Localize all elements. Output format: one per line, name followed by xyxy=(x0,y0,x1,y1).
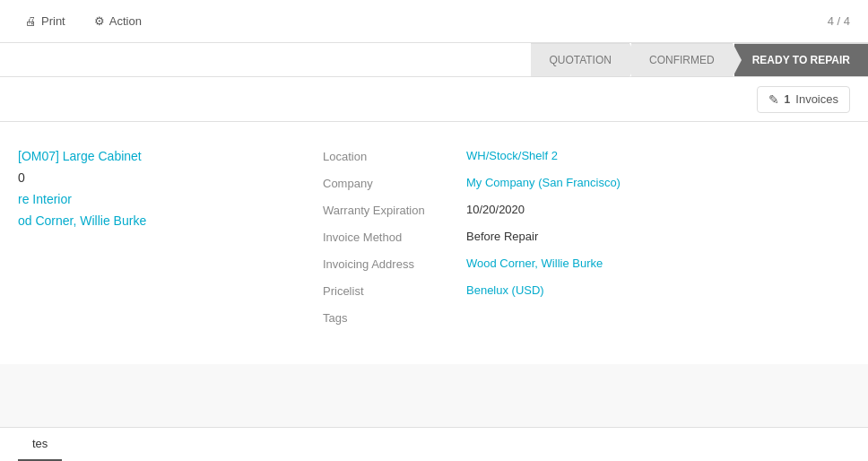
tags-row: Tags xyxy=(323,310,850,325)
invoice-icon: ✎ xyxy=(768,92,779,107)
location-value[interactable]: WH/Stock/Shelf 2 xyxy=(466,149,558,162)
invoicing-address-row: Invoicing Address Wood Corner, Willie Bu… xyxy=(323,257,850,271)
quotation-label: QUOTATION xyxy=(549,54,612,66)
invoice-method-label: Invoice Method xyxy=(323,230,466,244)
pricelist-value[interactable]: Benelux (USD) xyxy=(466,283,544,297)
toolbar: 🖨 Print ⚙ Action 4 / 4 xyxy=(0,0,868,43)
bottom-tabs: tes xyxy=(0,427,868,461)
company-row: Company My Company (San Francisco) xyxy=(323,176,850,190)
pagination: 4 / 4 xyxy=(828,14,850,28)
invoicing-address-value[interactable]: Wood Corner, Willie Burke xyxy=(466,257,603,270)
warranty-row: Warranty Expiration 10/20/2020 xyxy=(323,203,850,217)
invoicing-address-label: Invoicing Address xyxy=(323,257,466,271)
qty-value: 0 xyxy=(18,170,287,185)
right-column: Location WH/Stock/Shelf 2 Company My Com… xyxy=(323,149,850,337)
invoice-method-value: Before Repair xyxy=(466,230,538,243)
invoice-count: 1 xyxy=(785,93,791,106)
warranty-label: Warranty Expiration xyxy=(323,203,466,217)
location-label: Location xyxy=(323,149,466,163)
toolbar-left: 🖨 Print ⚙ Action xyxy=(18,11,149,31)
action-label: Action xyxy=(109,14,142,28)
status-step-ready-to-repair[interactable]: READY TO REPAIR xyxy=(734,43,868,77)
invoice-bar: ✎ 1 Invoices xyxy=(0,77,868,122)
print-icon: 🖨 xyxy=(25,14,37,28)
status-step-quotation[interactable]: QUOTATION xyxy=(531,43,629,77)
invoice-label: Invoices xyxy=(795,92,838,106)
print-label: Print xyxy=(41,14,65,28)
invoice-method-row: Invoice Method Before Repair xyxy=(323,230,850,244)
ready-to-repair-label: READY TO REPAIR xyxy=(752,54,850,66)
warranty-value: 10/20/2020 xyxy=(466,203,525,216)
product-link[interactable]: [OM07] Large Cabinet xyxy=(18,149,287,163)
company-label: Company xyxy=(323,176,466,190)
tab-notes[interactable]: tes xyxy=(18,428,62,461)
invoices-button[interactable]: ✎ 1 Invoices xyxy=(757,86,850,113)
print-button[interactable]: 🖨 Print xyxy=(18,11,73,31)
location-type-link[interactable]: re Interior xyxy=(18,192,287,206)
status-bar: QUOTATION CONFIRMED READY TO REPAIR xyxy=(0,43,868,77)
content-area: [OM07] Large Cabinet 0 re Interior od Co… xyxy=(0,122,868,364)
confirmed-label: CONFIRMED xyxy=(649,54,715,66)
pricelist-label: Pricelist xyxy=(323,283,466,298)
notes-tab-label: tes xyxy=(32,437,48,450)
pricelist-row: Pricelist Benelux (USD) xyxy=(323,283,850,298)
location-row: Location WH/Stock/Shelf 2 xyxy=(323,149,850,163)
customer-link[interactable]: od Corner, Willie Burke xyxy=(18,213,287,228)
status-step-confirmed[interactable]: CONFIRMED xyxy=(631,43,733,77)
company-value[interactable]: My Company (San Francisco) xyxy=(466,176,621,189)
left-column: [OM07] Large Cabinet 0 re Interior od Co… xyxy=(18,149,287,337)
tags-label: Tags xyxy=(323,310,466,325)
action-button[interactable]: ⚙ Action xyxy=(87,11,149,31)
gear-icon: ⚙ xyxy=(94,14,105,28)
status-steps: QUOTATION CONFIRMED READY TO REPAIR xyxy=(531,43,868,77)
